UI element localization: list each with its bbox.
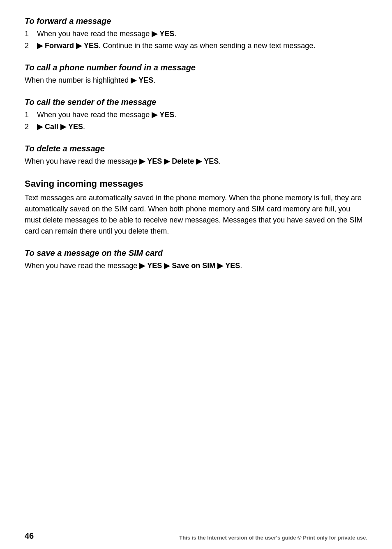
yes-keyword: YES xyxy=(225,262,240,270)
section-call-sender: To call the sender of the message 1 When… xyxy=(25,97,367,132)
arrow-keyword: ▶ xyxy=(196,157,202,165)
page-content: To forward a message 1 When you have rea… xyxy=(0,0,392,316)
delete-text: When you have read the message ▶ YES ▶ D… xyxy=(25,156,367,167)
section-title-forward: To forward a message xyxy=(25,16,367,26)
arrow-keyword: ▶ xyxy=(164,262,170,270)
saving-text: Text messages are automatically saved in… xyxy=(25,192,367,237)
section-saving: Saving incoming messages Text messages a… xyxy=(25,178,367,237)
arrow-keyword: ▶ xyxy=(217,262,223,270)
footer-note: This is the Internet version of the user… xyxy=(179,535,367,541)
section-save-sim: To save a message on the SIM card When y… xyxy=(25,248,367,271)
yes-keyword: YES xyxy=(159,111,174,119)
arrow-keyword: ▶ xyxy=(60,123,66,131)
list-text: ▶ Forward ▶ YES. Continue in the same wa… xyxy=(37,40,367,51)
page-number: 46 xyxy=(25,531,34,541)
yes-keyword: YES xyxy=(147,262,162,270)
list-item: 2 ▶ Call ▶ YES. xyxy=(25,121,367,132)
call-keyword: Call xyxy=(45,123,58,131)
save-on-sim-keyword: Save on SIM xyxy=(172,262,215,270)
yes-keyword: YES xyxy=(204,157,219,165)
section-forward-message: To forward a message 1 When you have rea… xyxy=(25,16,367,51)
arrow-keyword: ▶ xyxy=(139,157,145,165)
list-number: 1 xyxy=(25,28,37,39)
call-phone-text: When the number is highlighted ▶ YES. xyxy=(25,75,367,86)
list-number: 2 xyxy=(25,121,37,132)
list-text: When you have read the message ▶ YES. xyxy=(37,109,367,120)
section-title-delete: To delete a message xyxy=(25,144,367,153)
arrow-keyword: ▶ xyxy=(152,111,157,119)
yes-keyword: YES xyxy=(138,76,153,84)
call-sender-list: 1 When you have read the message ▶ YES. … xyxy=(25,109,367,132)
section-title-saving: Saving incoming messages xyxy=(25,178,367,189)
arrow-keyword: ▶ xyxy=(131,76,136,84)
yes-keyword: YES xyxy=(147,157,162,165)
list-item: 1 When you have read the message ▶ YES. xyxy=(25,28,367,39)
arrow-keyword: ▶ xyxy=(37,123,43,131)
forward-list: 1 When you have read the message ▶ YES. … xyxy=(25,28,367,51)
section-title-call-phone: To call a phone number found in a messag… xyxy=(25,63,367,72)
yes-keyword: YES xyxy=(68,123,83,131)
list-text: ▶ Call ▶ YES. xyxy=(37,121,367,132)
list-number: 1 xyxy=(25,109,37,120)
section-title-call-sender: To call the sender of the message xyxy=(25,97,367,107)
section-call-phone: To call a phone number found in a messag… xyxy=(25,63,367,86)
save-sim-text: When you have read the message ▶ YES ▶ S… xyxy=(25,260,367,271)
arrow-keyword: ▶ xyxy=(164,157,170,165)
arrow-keyword: ▶ xyxy=(76,42,82,50)
delete-keyword: Delete xyxy=(172,157,194,165)
arrow-keyword: ▶ xyxy=(152,30,157,38)
list-number: 2 xyxy=(25,40,37,51)
forward-keyword: Forward xyxy=(45,42,74,50)
arrow-keyword: ▶ xyxy=(139,262,145,270)
list-item: 2 ▶ Forward ▶ YES. Continue in the same … xyxy=(25,40,367,51)
yes-keyword: YES xyxy=(159,30,174,38)
section-title-save-sim: To save a message on the SIM card xyxy=(25,248,367,258)
list-item: 1 When you have read the message ▶ YES. xyxy=(25,109,367,120)
section-delete: To delete a message When you have read t… xyxy=(25,144,367,167)
yes-keyword: YES xyxy=(84,42,99,50)
arrow-keyword: ▶ xyxy=(37,42,43,50)
page-footer: 46 This is the Internet version of the u… xyxy=(0,531,392,541)
list-text: When you have read the message ▶ YES. xyxy=(37,28,367,39)
